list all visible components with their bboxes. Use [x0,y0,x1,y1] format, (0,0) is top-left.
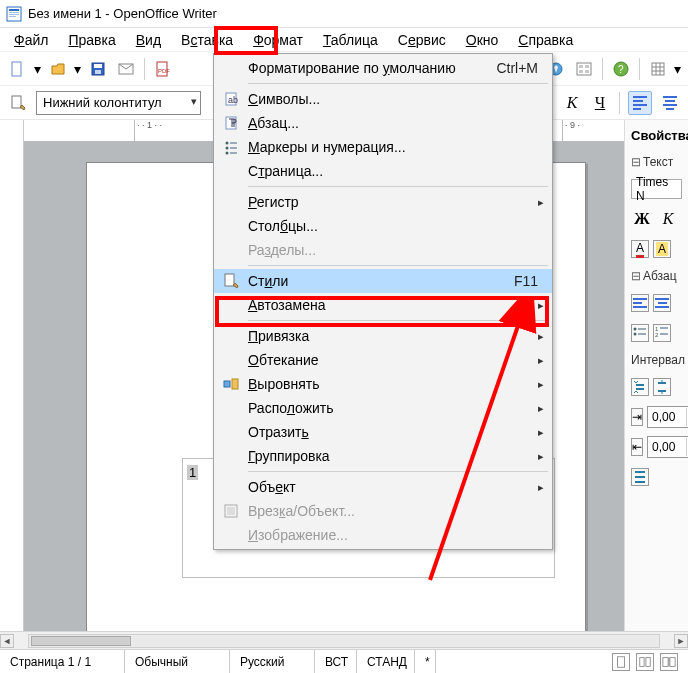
highlight-color-button[interactable]: A [653,240,671,258]
table-button[interactable] [646,57,670,81]
paragraph-icon [214,115,248,131]
footer-page-number-field[interactable]: 1 [187,465,198,480]
sidebar-section-text[interactable]: ⊟Текст [629,153,684,171]
pdf-export-button[interactable]: PDF [151,57,175,81]
menu-item-маркеры-и-нумерация-[interactable]: Маркеры и нумерация... [214,135,552,159]
svg-rect-25 [638,333,646,335]
menu-item-автозамена[interactable]: Автозамена▸ [214,293,552,317]
menu-item-символы-[interactable]: abСимволы... [214,87,552,111]
bullets-icon [214,139,248,155]
menu-item-обтекание[interactable]: Обтекание▸ [214,348,552,372]
new-doc-button[interactable] [6,57,30,81]
scroll-track[interactable] [28,634,660,648]
submenu-arrow-icon: ▸ [538,481,544,494]
app-window: Без имени 1 - OpenOffice Writer Файл Пра… [0,0,688,673]
menu-edit[interactable]: Правка [60,30,123,50]
menu-insert[interactable]: Вставка [173,30,241,50]
indent-above-spin[interactable]: ▲▼ [647,406,688,428]
svg-text:?: ? [618,64,624,75]
font-name-combo[interactable]: Times N [631,179,682,199]
submenu-arrow-icon: ▸ [538,402,544,415]
horizontal-scrollbar[interactable]: ◄ ► [0,631,688,649]
status-modified[interactable]: * [415,650,436,673]
menu-item-label: Абзац... [248,115,552,131]
menu-view[interactable]: Вид [128,30,169,50]
scroll-left-button[interactable]: ◄ [0,634,14,648]
submenu-arrow-icon: ▸ [538,196,544,209]
align-center-button[interactable] [653,294,671,312]
menu-item-регистр[interactable]: Регистр▸ [214,190,552,214]
underline-button[interactable]: Ч [589,92,611,114]
menu-item-выровнять[interactable]: Выровнять▸ [214,372,552,396]
align-center-button[interactable] [658,91,682,115]
align-left-button[interactable] [628,91,652,115]
paragraph-style-combo[interactable]: Нижний колонтитул [36,91,201,115]
status-insert-mode[interactable]: ВСТ [315,650,357,673]
status-selection-mode[interactable]: СТАНД [357,650,415,673]
open-button[interactable] [46,57,70,81]
submenu-arrow-icon: ▸ [538,450,544,463]
save-button[interactable] [86,57,110,81]
collapse-icon[interactable]: ⊟ [631,269,641,283]
ruler-mark: · · 1 · · [134,120,162,141]
dropdown-arrow-icon[interactable]: ▾ [674,61,682,77]
menu-item-стили[interactable]: СтилиF11 [214,269,552,293]
single-page-view-button[interactable] [612,653,630,671]
help-bubble-button[interactable]: ? [609,57,633,81]
gallery-button[interactable] [572,57,596,81]
menu-format[interactable]: Формат [245,30,311,50]
titlebar: Без имени 1 - OpenOffice Writer [0,0,688,28]
svg-rect-46 [224,381,230,387]
separator [619,92,620,114]
menu-item-форматирование-по-умолчанию[interactable]: Форматирование по умолчаниюCtrl+M [214,56,552,80]
status-language[interactable]: Русский [230,650,315,673]
scroll-right-button[interactable]: ► [674,634,688,648]
menu-item-страница-[interactable]: Страница... [214,159,552,183]
dropdown-arrow-icon[interactable]: ▾ [34,61,42,77]
separator [602,58,603,80]
menu-file[interactable]: Файл [6,30,56,50]
line-spacing-button[interactable] [631,468,649,486]
bold-button[interactable]: Ж [631,208,653,230]
number-list-button[interactable]: 12 [653,324,671,342]
menu-item-абзац-[interactable]: Абзац... [214,111,552,135]
menu-item-отразить[interactable]: Отразить▸ [214,420,552,444]
svg-point-41 [226,147,229,150]
menu-item-label: Обтекание [248,352,552,368]
decrease-spacing-button[interactable] [631,378,649,396]
menu-shortcut: F11 [514,273,552,289]
menu-shortcut: Ctrl+M [496,60,552,76]
sidebar-section-paragraph[interactable]: ⊟Абзац [629,267,684,285]
menu-table[interactable]: Таблица [315,30,386,50]
indent-below-spin[interactable]: ▲▼ [647,436,688,458]
italic-button[interactable]: К [561,92,583,114]
dropdown-arrow-icon[interactable]: ▾ [74,61,82,77]
book-view-button[interactable] [660,653,678,671]
collapse-icon[interactable]: ⊟ [631,155,641,169]
menu-item-столбцы-[interactable]: Столбцы... [214,214,552,238]
svg-rect-4 [9,16,16,17]
separator [144,58,145,80]
status-page[interactable]: Страница 1 / 1 [0,650,125,673]
styles-toolbar-button[interactable] [6,91,30,115]
increase-spacing-button[interactable] [653,378,671,396]
menu-item-объект[interactable]: Объект▸ [214,475,552,499]
mail-button[interactable] [114,57,138,81]
character-icon: ab [214,91,248,107]
menu-item-привязка[interactable]: Привязка▸ [214,324,552,348]
status-style[interactable]: Обычный [125,650,230,673]
menu-item-разделы-: Разделы... [214,238,552,262]
scroll-thumb[interactable] [31,636,131,646]
frame-icon [214,503,248,519]
spacing-label: Интервал [629,351,684,369]
menu-item-группировка[interactable]: Группировка▸ [214,444,552,468]
bullet-list-button[interactable] [631,324,649,342]
menu-window[interactable]: Окно [458,30,507,50]
menu-tools[interactable]: Сервис [390,30,454,50]
multi-page-view-button[interactable] [636,653,654,671]
align-left-button[interactable] [631,294,649,312]
font-color-button[interactable]: A [631,240,649,258]
italic-button[interactable]: К [657,208,679,230]
menu-item-расположить[interactable]: Расположить▸ [214,396,552,420]
menu-help[interactable]: Справка [510,30,581,50]
